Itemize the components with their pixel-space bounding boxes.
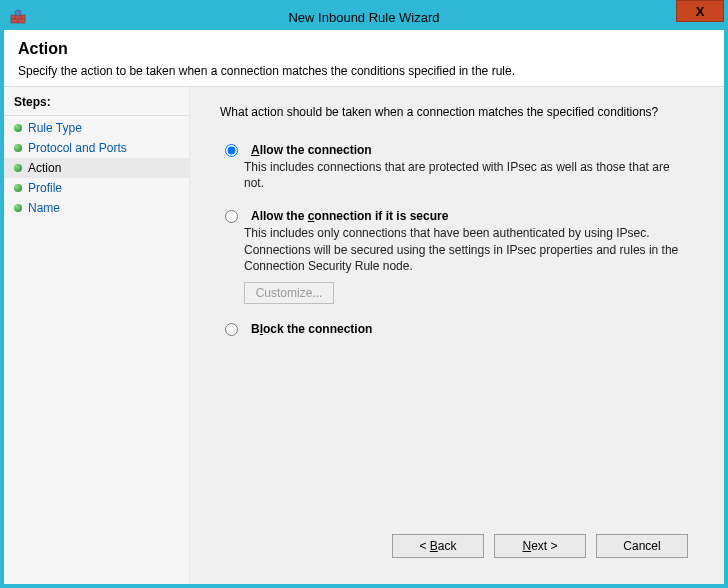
firewall-icon	[10, 9, 26, 25]
option-block-row[interactable]: Block the connection	[220, 322, 702, 336]
title-pre: Allow the	[251, 209, 308, 223]
back-pre: <	[419, 539, 429, 553]
step-protocol-ports[interactable]: Protocol and Ports	[4, 138, 189, 158]
option-allow: Allow the connection This includes conne…	[220, 143, 702, 191]
bullet-icon	[14, 144, 22, 152]
option-allow-secure-row[interactable]: Allow the connection if it is secure	[220, 209, 702, 223]
step-label: Profile	[28, 181, 62, 195]
next-button[interactable]: Next >	[494, 534, 586, 558]
page-subtitle: Specify the action to be taken when a co…	[18, 64, 710, 78]
page-title: Action	[18, 40, 710, 58]
cancel-button[interactable]: Cancel	[596, 534, 688, 558]
steps-list: Rule Type Protocol and Ports Action Prof…	[4, 116, 189, 218]
bullet-icon	[14, 164, 22, 172]
steps-panel: Steps: Rule Type Protocol and Ports Acti…	[4, 87, 190, 584]
radio-allow[interactable]	[225, 144, 238, 157]
underline-char: B	[430, 539, 438, 553]
option-allow-secure-title: Allow the connection if it is secure	[251, 209, 448, 223]
titlebar: New Inbound Rule Wizard X	[4, 4, 724, 30]
option-allow-secure: Allow the connection if it is secure Thi…	[220, 209, 702, 304]
underline-char: N	[522, 539, 531, 553]
steps-header: Steps:	[4, 91, 189, 116]
radio-block[interactable]	[225, 323, 238, 336]
window-title: New Inbound Rule Wizard	[4, 10, 724, 25]
title-rest: llow the connection	[260, 143, 372, 157]
question-text: What action should be taken when a conne…	[220, 105, 702, 119]
back-post: ack	[438, 539, 457, 553]
body-area: Steps: Rule Type Protocol and Ports Acti…	[4, 87, 724, 584]
option-allow-desc: This includes connections that are prote…	[244, 159, 684, 191]
step-rule-type[interactable]: Rule Type	[4, 118, 189, 138]
bullet-icon	[14, 204, 22, 212]
step-label: Protocol and Ports	[28, 141, 127, 155]
title-pre: B	[251, 322, 260, 336]
wizard-window: New Inbound Rule Wizard X Action Specify…	[0, 0, 728, 588]
option-allow-row[interactable]: Allow the connection	[220, 143, 702, 157]
title-rest: ock the connection	[263, 322, 372, 336]
content-panel: What action should be taken when a conne…	[190, 87, 724, 584]
back-button[interactable]: < Back	[392, 534, 484, 558]
step-label: Name	[28, 201, 60, 215]
option-allow-title: Allow the connection	[251, 143, 372, 157]
bullet-icon	[14, 124, 22, 132]
step-label: Action	[28, 161, 61, 175]
next-post: ext >	[531, 539, 557, 553]
spacer	[220, 354, 702, 524]
svg-point-5	[15, 10, 21, 16]
step-action[interactable]: Action	[4, 158, 189, 178]
close-button[interactable]: X	[676, 0, 724, 22]
step-profile[interactable]: Profile	[4, 178, 189, 198]
step-label: Rule Type	[28, 121, 82, 135]
underline-char: A	[251, 143, 260, 157]
customize-button: Customize...	[244, 282, 334, 304]
close-icon: X	[696, 4, 705, 19]
step-name[interactable]: Name	[4, 198, 189, 218]
footer-buttons: < Back Next > Cancel	[220, 524, 702, 572]
header-area: Action Specify the action to be taken wh…	[4, 30, 724, 87]
option-block-title: Block the connection	[251, 322, 372, 336]
title-rest: onnection if it is secure	[314, 209, 448, 223]
bullet-icon	[14, 184, 22, 192]
option-allow-secure-desc: This includes only connections that have…	[244, 225, 684, 274]
radio-allow-secure[interactable]	[225, 210, 238, 223]
option-block: Block the connection	[220, 322, 702, 336]
